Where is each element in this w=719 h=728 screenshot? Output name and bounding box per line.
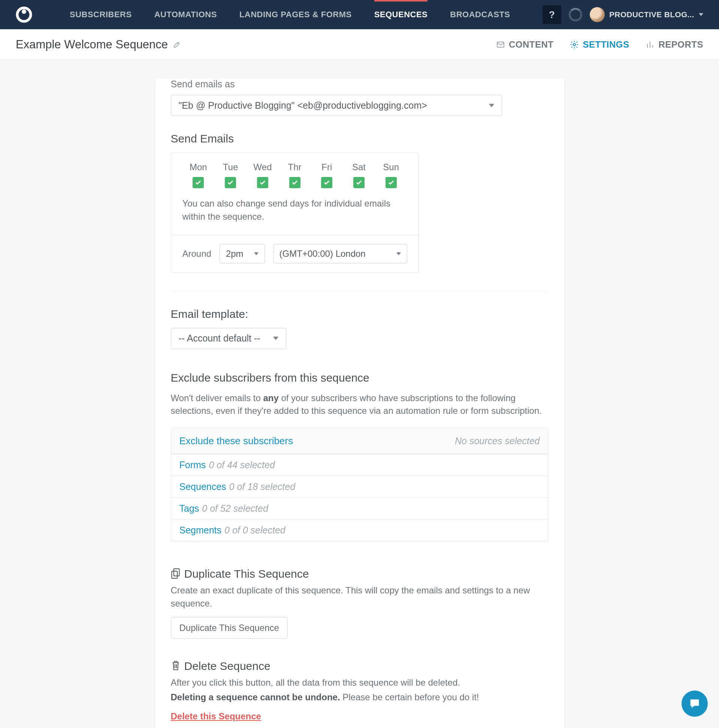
- day-mon: Mon: [182, 162, 215, 173]
- day-tue: Tue: [214, 162, 247, 173]
- copy-icon: [171, 568, 180, 580]
- delete-desc-2: Deleting a sequence cannot be undone. Pl…: [171, 691, 548, 704]
- caret-down-icon: [273, 336, 278, 340]
- nav-broadcasts[interactable]: BROADCASTS: [439, 0, 521, 29]
- loading-icon: [569, 8, 582, 21]
- user-menu[interactable]: PRODUCTIVE BLOG...: [590, 7, 703, 22]
- day-wed-checkbox[interactable]: [257, 177, 268, 188]
- day-sat: Sat: [343, 162, 375, 173]
- exclude-row-forms[interactable]: Forms 0 of 44 selected: [171, 454, 548, 476]
- day-sun-checkbox[interactable]: [386, 177, 397, 188]
- day-wed: Wed: [247, 162, 279, 173]
- user-name: PRODUCTIVE BLOG...: [609, 10, 694, 19]
- caret-down-icon: [489, 104, 494, 107]
- day-mon-checkbox[interactable]: [192, 177, 204, 188]
- svg-rect-5: [172, 571, 177, 578]
- settings-card: Send emails as "Eb @ Productive Blogging…: [155, 79, 565, 728]
- svg-point-3: [573, 43, 576, 46]
- gear-icon: [570, 40, 579, 49]
- tab-settings[interactable]: SETTINGS: [570, 39, 629, 50]
- exclude-description: Won't deliver emails to any of your subs…: [171, 392, 548, 418]
- tab-content[interactable]: CONTENT: [496, 39, 554, 50]
- send-as-select[interactable]: "Eb @ Productive Blogging" <eb@productiv…: [171, 95, 502, 116]
- duplicate-desc: Create an exact duplicate of this sequen…: [171, 584, 548, 610]
- exclude-row-tags[interactable]: Tags 0 of 52 selected: [171, 497, 548, 519]
- nav-automations[interactable]: AUTOMATIONS: [143, 0, 228, 29]
- envelope-icon: [496, 40, 505, 49]
- pencil-icon[interactable]: [173, 38, 181, 51]
- primary-nav: SUBSCRIBERS AUTOMATIONS LANDING PAGES & …: [58, 0, 522, 29]
- send-days-panel: Mon Tue Wed Thr Fri Sat Sun You can also…: [171, 153, 419, 273]
- tab-reports[interactable]: REPORTS: [646, 39, 703, 50]
- caret-down-icon: [254, 252, 258, 255]
- send-days-note: You can also change send days for indivi…: [171, 188, 418, 235]
- duplicate-heading-row: Duplicate This Sequence: [171, 567, 548, 580]
- exclude-panel: Exclude these subscribers No sources sel…: [171, 428, 548, 541]
- sequence-header: Example Welcome Sequence CONTENT SETTING…: [0, 29, 719, 60]
- exclude-panel-header: Exclude these subscribers No sources sel…: [171, 428, 548, 454]
- delete-link[interactable]: Delete this Sequence: [171, 711, 261, 722]
- logo[interactable]: [16, 6, 32, 23]
- caret-down-icon: [396, 252, 401, 255]
- exclude-heading: Exclude subscribers from this sequence: [171, 372, 548, 384]
- sequence-title: Example Welcome Sequence: [16, 38, 168, 51]
- send-emails-heading: Send Emails: [171, 132, 548, 145]
- nav-subscribers[interactable]: SUBSCRIBERS: [58, 0, 143, 29]
- avatar: [590, 7, 605, 22]
- delete-desc-1: After you click this button, all the dat…: [171, 676, 548, 690]
- day-fri-checkbox[interactable]: [321, 177, 332, 188]
- day-fri: Fri: [311, 162, 343, 173]
- delete-heading-row: Delete Sequence: [171, 660, 548, 673]
- day-tue-checkbox[interactable]: [225, 177, 236, 188]
- timezone-select[interactable]: (GMT+00:00) London: [273, 244, 407, 263]
- top-nav: SUBSCRIBERS AUTOMATIONS LANDING PAGES & …: [0, 0, 719, 29]
- svg-rect-4: [174, 569, 179, 576]
- chat-icon: [688, 697, 701, 710]
- day-sun: Sun: [375, 162, 407, 173]
- day-sat-checkbox[interactable]: [353, 177, 365, 188]
- nav-landing-pages[interactable]: LANDING PAGES & FORMS: [228, 0, 363, 29]
- send-as-label: Send emails as: [171, 79, 548, 90]
- nav-sequences[interactable]: SEQUENCES: [363, 0, 439, 29]
- around-label: Around: [182, 249, 211, 259]
- time-select[interactable]: 2pm: [220, 244, 265, 263]
- template-select[interactable]: -- Account default --: [171, 328, 286, 349]
- chart-icon: [646, 40, 655, 49]
- day-thr-checkbox[interactable]: [289, 177, 301, 188]
- template-heading: Email template:: [171, 308, 548, 321]
- exclude-row-sequences[interactable]: Sequences 0 of 18 selected: [171, 476, 548, 497]
- chevron-down-icon: [699, 13, 703, 16]
- trash-icon: [171, 660, 180, 672]
- duplicate-button[interactable]: Duplicate This Sequence: [171, 617, 288, 639]
- chat-widget[interactable]: [682, 691, 708, 717]
- svg-point-1: [22, 9, 26, 14]
- help-button[interactable]: ?: [542, 5, 561, 24]
- day-thr: Thr: [279, 162, 311, 173]
- exclude-row-segments[interactable]: Segments 0 of 0 selected: [171, 519, 548, 541]
